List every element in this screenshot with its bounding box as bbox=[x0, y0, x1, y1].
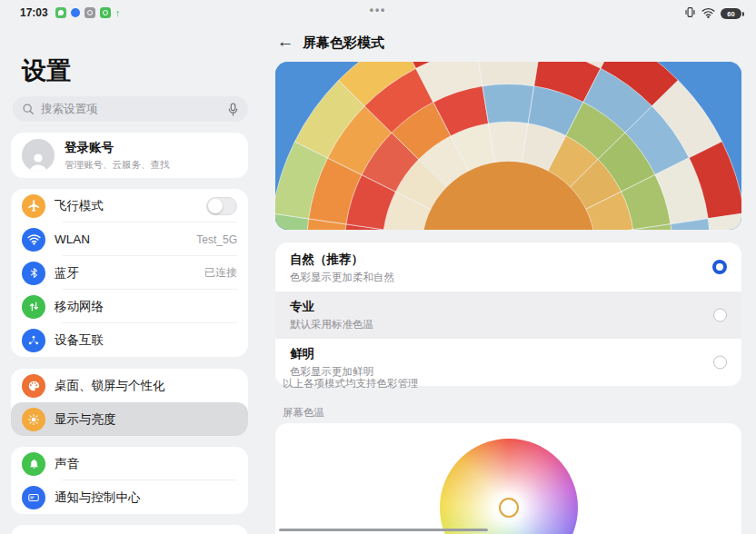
login-account-row[interactable]: 登录账号 管理账号、云服务、查找 bbox=[11, 133, 248, 178]
sidebar-item-wlan[interactable]: WLAN Test_5G bbox=[11, 222, 248, 256]
palette-icon bbox=[22, 374, 45, 398]
radio-natural-selected[interactable] bbox=[712, 260, 727, 274]
search-input[interactable]: 搜索设置项 bbox=[13, 96, 248, 122]
hot-air-balloon-illustration bbox=[275, 62, 741, 230]
color-mode-options: 自然（推荐） 色彩显示更加柔和自然 专业 默认采用标准色温 鲜明 色彩显示更加鲜… bbox=[275, 242, 741, 386]
airplane-icon bbox=[22, 194, 45, 218]
next-group-partial bbox=[11, 525, 248, 534]
sidebar-item-bluetooth[interactable]: 蓝牙 已连接 bbox=[11, 256, 248, 290]
horizontal-scroll-indicator[interactable] bbox=[279, 529, 488, 531]
wlan-value: Test_5G bbox=[196, 233, 237, 246]
network-settings-group: 飞行模式 WLAN Test_5G 蓝牙 已连接 bbox=[11, 189, 248, 357]
tablet-settings-screen: 17:03 ↑ ••• 60 设置 搜索设置项 bbox=[0, 0, 756, 534]
sidebar-item-device-interconnect[interactable]: 设备互联 bbox=[11, 323, 248, 357]
option-natural[interactable]: 自然（推荐） 色彩显示更加柔和自然 bbox=[275, 242, 741, 292]
sidebar-item-notification-center[interactable]: 通知与控制中心 bbox=[11, 480, 248, 514]
radio-vivid[interactable] bbox=[713, 356, 727, 370]
sidebar-item-airplane-mode[interactable]: 飞行模式 bbox=[11, 189, 248, 222]
search-icon bbox=[22, 103, 35, 115]
settings-sidebar: 设置 搜索设置项 登录账号 管理账号、云服务、查找 飞行模式 bbox=[0, 0, 259, 534]
bluetooth-value: 已连接 bbox=[204, 265, 237, 281]
notification-icon bbox=[22, 486, 45, 509]
mobile-data-icon bbox=[22, 295, 45, 319]
temperature-section-label: 屏幕色温 bbox=[283, 406, 324, 420]
sound-group: 声音 通知与控制中心 bbox=[11, 447, 248, 514]
color-temperature-wheel[interactable] bbox=[440, 439, 578, 534]
search-placeholder: 搜索设置项 bbox=[41, 102, 221, 117]
wifi-circle-icon bbox=[22, 228, 45, 252]
screen-color-mode-panel: ← 屏幕色彩模式 自然（推荐） 色彩显示更加柔和自然 专业 默认采用标准色温 鲜… bbox=[259, 0, 756, 534]
bluetooth-icon bbox=[22, 262, 45, 285]
sidebar-item-personalization[interactable]: 桌面、锁屏与个性化 bbox=[11, 369, 248, 402]
personalization-group: 桌面、锁屏与个性化 显示与亮度 bbox=[11, 369, 248, 436]
interconnect-icon bbox=[22, 329, 45, 352]
microphone-icon[interactable] bbox=[227, 103, 239, 116]
option-professional[interactable]: 专业 默认采用标准色温 bbox=[275, 292, 741, 339]
account-subtitle: 管理账号、云服务、查找 bbox=[65, 159, 170, 172]
detail-title: 屏幕色彩模式 bbox=[303, 35, 384, 52]
sidebar-item-display-brightness[interactable]: 显示与亮度 bbox=[11, 402, 248, 436]
account-title: 登录账号 bbox=[65, 140, 170, 156]
airplane-mode-toggle[interactable] bbox=[206, 197, 237, 215]
sidebar-item-partial[interactable] bbox=[11, 525, 248, 534]
avatar bbox=[22, 139, 55, 172]
sidebar-item-sound[interactable]: 声音 bbox=[11, 447, 248, 480]
color-temperature-card bbox=[275, 423, 741, 534]
radio-professional[interactable] bbox=[713, 309, 727, 322]
color-preview-image bbox=[275, 62, 741, 230]
wheel-selector-handle[interactable] bbox=[499, 498, 519, 518]
bell-icon bbox=[22, 452, 45, 476]
back-button[interactable]: ← bbox=[274, 30, 297, 54]
sidebar-item-mobile-network[interactable]: 移动网络 bbox=[11, 290, 248, 323]
page-title: 设置 bbox=[22, 54, 71, 87]
modes-note: 以上各项模式均支持色彩管理 bbox=[283, 377, 419, 391]
sun-icon bbox=[22, 408, 45, 431]
